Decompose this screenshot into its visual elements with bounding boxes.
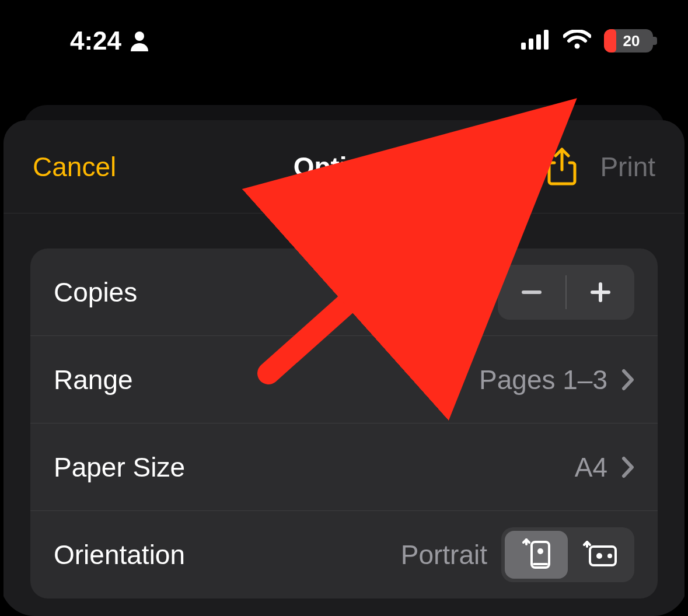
paper-size-row[interactable]: Paper Size A4 <box>30 424 658 511</box>
sheet-title: Options <box>240 151 448 183</box>
cellular-icon <box>521 30 550 52</box>
orientation-row: Orientation Portrait <box>30 511 658 598</box>
svg-rect-3 <box>536 34 541 50</box>
orientation-value: Portrait <box>401 539 487 570</box>
clock-text: 4:24 <box>70 26 121 55</box>
svg-point-5 <box>575 44 580 49</box>
svg-point-12 <box>596 553 602 559</box>
print-button[interactable]: Print <box>600 151 655 183</box>
chevron-right-icon <box>621 456 634 478</box>
print-options-sheet: Cancel Options Print Copies 1 <box>4 120 684 616</box>
orientation-landscape-button[interactable] <box>568 531 631 579</box>
copies-label: Copies <box>54 276 367 308</box>
person-icon <box>130 30 149 51</box>
share-icon <box>547 148 577 186</box>
svg-point-10 <box>537 548 543 554</box>
status-bar: 4:24 <box>0 0 688 82</box>
paper-size-label: Paper Size <box>54 452 561 483</box>
svg-rect-6 <box>522 290 542 294</box>
range-label: Range <box>54 364 465 396</box>
copies-input[interactable]: 1 <box>381 265 484 320</box>
copies-decrement-button[interactable] <box>498 265 565 320</box>
copies-stepper <box>498 265 634 320</box>
svg-rect-1 <box>521 43 526 50</box>
paper-size-value: A4 <box>575 452 607 483</box>
battery-text: 20 <box>604 32 653 50</box>
chevron-right-icon <box>621 369 634 391</box>
orientation-label: Orientation <box>54 539 387 570</box>
status-bar-left: 4:24 <box>70 26 149 55</box>
options-list: Copies 1 <box>4 214 684 598</box>
status-bar-right: 20 <box>521 29 653 52</box>
orientation-portrait-button[interactable] <box>505 531 568 579</box>
range-row[interactable]: Range Pages 1–3 <box>30 336 658 424</box>
battery-icon: 20 <box>604 29 653 52</box>
range-value: Pages 1–3 <box>479 364 607 396</box>
options-group: Copies 1 <box>30 249 658 598</box>
svg-rect-2 <box>529 38 533 50</box>
share-button[interactable] <box>547 148 577 186</box>
orientation-segmented <box>501 527 634 582</box>
svg-point-0 <box>135 32 144 41</box>
wifi-icon <box>563 30 591 52</box>
copies-row: Copies 1 <box>30 249 658 336</box>
svg-point-13 <box>607 554 612 558</box>
copies-increment-button[interactable] <box>567 265 634 320</box>
svg-rect-8 <box>591 290 610 294</box>
sheet-navbar: Cancel Options Print <box>4 120 684 214</box>
cancel-button[interactable]: Cancel <box>33 151 240 183</box>
svg-rect-4 <box>544 30 549 50</box>
device-frame: 4:24 <box>0 0 688 616</box>
